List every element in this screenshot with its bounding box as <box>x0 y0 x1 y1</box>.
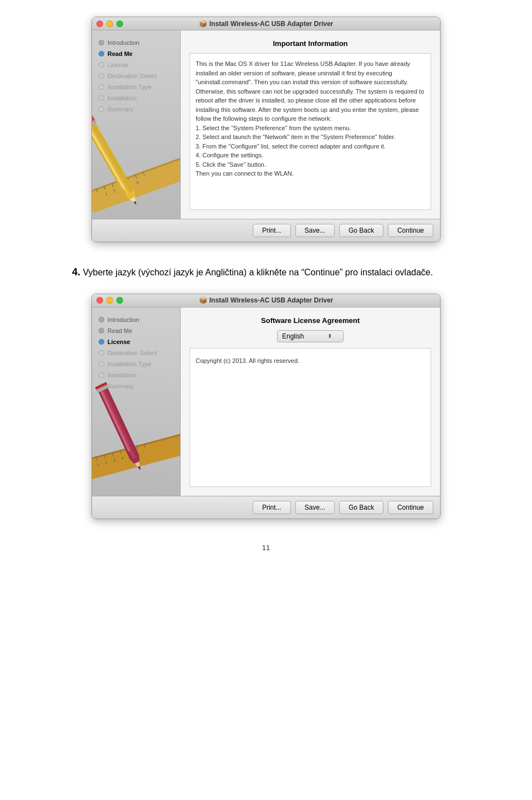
dropdown-value: English <box>282 332 304 340</box>
sidebar-dot-1 <box>99 40 104 45</box>
step-number: 4. <box>72 266 80 278</box>
minimize-button[interactable] <box>106 20 113 27</box>
go-back-button-2[interactable]: Go Back <box>339 501 383 514</box>
installer-icon-2: 📦 <box>199 296 207 304</box>
language-dropdown[interactable]: English ⬍ <box>277 330 344 342</box>
svg-rect-21 <box>92 120 97 130</box>
svg-line-5 <box>120 180 121 184</box>
footer-2: Print... Save... Go Back Continue <box>92 496 440 519</box>
sidebar-dot-2-3 <box>99 339 104 345</box>
svg-text:4: 4 <box>128 183 131 188</box>
sidebar-dot-2-7 <box>99 383 104 389</box>
sidebar-dot-7 <box>99 106 104 112</box>
window-body-1: Introduction Read Me License Destination… <box>92 30 440 219</box>
sidebar-dot-2-4 <box>99 350 104 356</box>
section-title-2: Software License Agreement <box>190 316 431 325</box>
svg-rect-1 <box>92 155 181 194</box>
sidebar-dot-2 <box>99 51 104 57</box>
save-button-1[interactable]: Save... <box>295 224 335 237</box>
sidebar-item-readme-1[interactable]: Read Me <box>92 48 180 59</box>
sidebar-dot-6 <box>99 95 104 101</box>
page-number: 11 <box>262 543 270 552</box>
sidebar-item-installtype-2[interactable]: Installation Type <box>92 358 180 370</box>
dropdown-row: English ⬍ <box>190 330 431 342</box>
sidebar-item-destination-2[interactable]: Destination Select <box>92 347 180 358</box>
pencil-illustration-2: 1 2 3 4 5 <box>92 374 181 496</box>
svg-line-4 <box>112 183 114 187</box>
svg-rect-0 <box>92 155 181 213</box>
svg-text:4: 4 <box>121 456 124 460</box>
sidebar-item-introduction-1[interactable]: Introduction <box>92 37 180 48</box>
window-title-1: 📦 Install Wireless-AC USB Adapter Driver <box>199 20 334 28</box>
svg-rect-38 <box>98 385 139 459</box>
dropdown-arrow-icon: ⬍ <box>328 333 332 339</box>
svg-text:2: 2 <box>112 189 116 193</box>
sidebar-item-installtype-1[interactable]: Installation Type <box>92 81 180 93</box>
sidebar-item-summary-1[interactable]: Summary <box>92 104 180 115</box>
sidebar-item-installation-1[interactable]: Installation <box>92 93 180 104</box>
svg-marker-18 <box>134 201 137 206</box>
svg-line-31 <box>144 443 145 448</box>
step-description: Vyberte jazyk (výchozí jazyk je Angličti… <box>83 268 433 277</box>
sidebar-item-license-1[interactable]: License <box>92 59 180 70</box>
sidebar-dot-2-2 <box>99 328 104 334</box>
maximize-button-2[interactable] <box>116 297 123 304</box>
svg-rect-37 <box>98 385 139 459</box>
close-button-2[interactable] <box>96 297 103 304</box>
go-back-button-1[interactable]: Go Back <box>339 224 383 237</box>
titlebar-1: 📦 Install Wireless-AC USB Adapter Driver <box>92 17 440 30</box>
svg-text:1: 1 <box>96 463 100 467</box>
sidebar-item-introduction-2[interactable]: Introduction <box>92 314 180 325</box>
svg-line-6 <box>127 177 129 182</box>
continue-button-1[interactable]: Continue <box>388 224 433 237</box>
svg-text:3: 3 <box>112 458 116 463</box>
svg-line-27 <box>112 452 113 457</box>
copyright-text: Copyright (c) 2013. All rights reserved. <box>196 354 425 368</box>
svg-line-2 <box>96 188 98 193</box>
sidebar-dot-2-6 <box>99 372 104 378</box>
sidebar-dot-5 <box>99 84 104 90</box>
svg-line-30 <box>136 445 137 450</box>
svg-text:1: 1 <box>105 192 108 196</box>
page-content: 📦 Install Wireless-AC USB Adapter Driver… <box>22 11 510 552</box>
sidebar-1: Introduction Read Me License Destination… <box>92 30 181 219</box>
svg-line-8 <box>143 171 145 176</box>
continue-button-2[interactable]: Continue <box>388 501 433 514</box>
installer-icon: 📦 <box>199 20 207 28</box>
installer-window-2: 📦 Install Wireless-AC USB Adapter Driver… <box>91 294 441 519</box>
svg-line-3 <box>104 186 105 190</box>
svg-text:3: 3 <box>120 186 124 191</box>
close-button[interactable] <box>96 20 103 27</box>
main-content-1: Important Information This is the Mac OS… <box>181 30 440 219</box>
svg-line-25 <box>96 457 97 461</box>
installer-window-1: 📦 Install Wireless-AC USB Adapter Driver… <box>91 17 441 242</box>
svg-rect-22 <box>92 127 125 191</box>
print-button-1[interactable]: Print... <box>253 224 291 237</box>
sidebar-dot-2-1 <box>99 317 104 322</box>
print-button-2[interactable]: Print... <box>253 501 291 514</box>
footer-1: Print... Save... Go Back Continue <box>92 219 440 242</box>
svg-rect-14 <box>92 118 134 196</box>
titlebar-2: 📦 Install Wireless-AC USB Adapter Driver <box>92 294 440 307</box>
svg-marker-16 <box>125 190 141 208</box>
svg-text:5: 5 <box>129 454 132 458</box>
sidebar-dot-2-5 <box>99 361 104 367</box>
svg-rect-15 <box>92 118 134 196</box>
svg-rect-23 <box>92 430 181 481</box>
sidebar-item-installation-2[interactable]: Installation <box>92 370 180 381</box>
svg-rect-24 <box>92 430 181 462</box>
save-button-2[interactable]: Save... <box>295 501 335 514</box>
svg-line-7 <box>135 174 137 178</box>
svg-line-28 <box>120 450 121 454</box>
sidebar-dot-4 <box>99 73 104 79</box>
sidebar-item-destination-1[interactable]: Destination Select <box>92 70 180 81</box>
minimize-button-2[interactable] <box>106 297 113 304</box>
sidebar-item-license-2[interactable]: License <box>92 336 180 347</box>
maximize-button[interactable] <box>116 20 123 27</box>
sidebar-item-readme-2[interactable]: Read Me <box>92 325 180 336</box>
svg-line-29 <box>128 448 129 452</box>
sidebar-item-summary-2[interactable]: Summary <box>92 381 180 392</box>
section-title-1: Important Information <box>190 39 431 48</box>
step-4-text: 4. Vyberte jazyk (výchozí jazyk je Angli… <box>72 264 460 280</box>
sidebar-dot-3 <box>99 62 104 68</box>
